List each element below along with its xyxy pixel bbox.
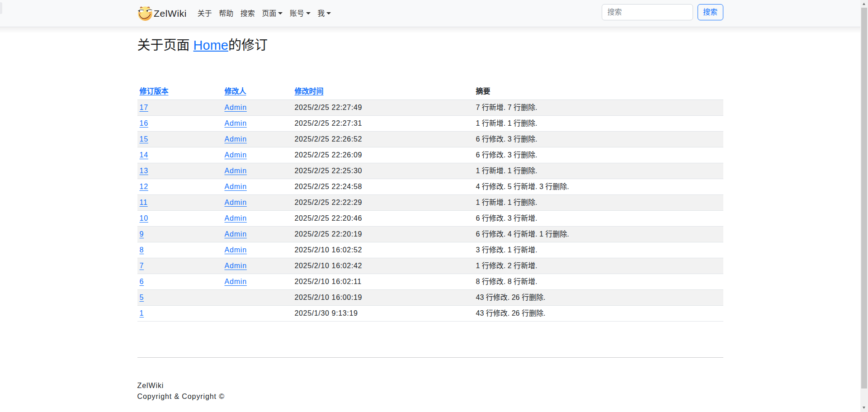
cell-revision: 13	[137, 163, 222, 179]
revision-link[interactable]: 9	[140, 230, 144, 238]
author-link[interactable]: Admin	[225, 278, 247, 285]
revision-row-17: 17Admin2025/2/25 22:27:497 行新增. 7 行删除.	[137, 99, 723, 115]
author-link[interactable]: Admin	[225, 246, 247, 254]
revision-link[interactable]: 13	[140, 167, 148, 175]
revision-row-11: 11Admin2025/2/25 22:22:291 行新增. 1 行删除.	[137, 194, 723, 210]
cell-summary: 3 行修改. 1 行新增.	[474, 242, 723, 258]
page-title-home-link[interactable]: Home	[193, 38, 228, 52]
cell-summary: 1 行修改. 2 行新增.	[474, 258, 723, 274]
author-link[interactable]: Admin	[225, 135, 247, 143]
search-input[interactable]	[602, 4, 693, 20]
column-header-revision-link[interactable]: 修订版本	[140, 87, 169, 95]
scrollbar-down-button[interactable]	[860, 404, 868, 412]
top-left-artifact	[0, 2, 2, 14]
revision-row-5: 52025/2/10 16:00:1943 行修改. 26 行删除.	[137, 289, 723, 305]
revision-link[interactable]: 7	[140, 262, 144, 270]
revision-row-10: 10Admin2025/2/25 22:20:466 行修改. 3 行新增.	[137, 210, 723, 226]
cell-time: 2025/2/25 22:26:52	[292, 131, 474, 147]
nav-link-4[interactable]: 账号	[286, 5, 314, 23]
dropdown-caret-icon	[278, 12, 283, 14]
revision-link[interactable]: 6	[140, 278, 144, 285]
revision-link[interactable]: 14	[140, 151, 148, 159]
dropdown-caret-icon	[326, 12, 331, 14]
footer: ZelWiki Copyright & Copyright ©	[137, 380, 723, 402]
cell-author: Admin	[222, 131, 292, 147]
cell-time: 2025/2/25 22:20:19	[292, 226, 474, 242]
cell-author	[222, 289, 292, 305]
nav-item-5: 我	[314, 5, 335, 23]
footer-site-name: ZelWiki	[137, 380, 723, 391]
cell-revision: 5	[137, 289, 222, 305]
revision-row-9: 9Admin2025/2/25 22:20:196 行修改. 4 行新增. 1 …	[137, 226, 723, 242]
nav-link-3[interactable]: 页面	[259, 5, 287, 23]
revision-link[interactable]: 1	[140, 309, 144, 317]
cell-author: Admin	[222, 274, 292, 289]
cell-summary: 6 行修改. 3 行删除.	[474, 147, 723, 163]
scrollbar-down-arrow-icon	[863, 407, 865, 409]
cell-revision: 11	[137, 194, 222, 210]
author-link[interactable]: Admin	[225, 230, 247, 238]
vertical-scrollbar[interactable]	[860, 0, 868, 412]
author-link[interactable]: Admin	[225, 151, 247, 159]
revision-row-13: 13Admin2025/2/25 22:25:301 行新增. 1 行删除.	[137, 163, 723, 179]
cell-time: 2025/2/25 22:26:09	[292, 147, 474, 163]
page-title-suffix: 的修订	[228, 38, 268, 52]
cell-time: 2025/1/30 9:13:19	[292, 305, 474, 321]
author-link[interactable]: Admin	[225, 199, 247, 206]
revision-row-7: 7Admin2025/2/10 16:02:421 行修改. 2 行新增.	[137, 258, 723, 274]
navbar-search-form: 搜索	[602, 4, 723, 20]
revision-link[interactable]: 16	[140, 119, 148, 127]
revision-link[interactable]: 15	[140, 135, 148, 143]
author-link[interactable]: Admin	[225, 119, 247, 127]
cell-summary: 6 行修改. 3 行新增.	[474, 210, 723, 226]
column-header-time: 修改时间	[292, 84, 474, 100]
cell-revision: 8	[137, 242, 222, 258]
revision-link[interactable]: 5	[140, 294, 144, 301]
column-header-author: 修改人	[222, 84, 292, 100]
cell-author	[222, 305, 292, 321]
nav-link-0[interactable]: 关于	[194, 5, 216, 23]
cell-author: Admin	[222, 242, 292, 258]
cell-author: Admin	[222, 179, 292, 194]
revision-table-header-row: 修订版本 修改人 修改时间 摘要	[137, 84, 723, 100]
author-link[interactable]: Admin	[225, 104, 247, 111]
scrollbar-thumb[interactable]	[861, 8, 867, 388]
huaji-emoji-logo-icon	[138, 6, 152, 21]
cell-summary: 43 行修改. 26 行删除.	[474, 305, 723, 321]
revision-link[interactable]: 11	[140, 199, 148, 206]
cell-time: 2025/2/10 16:02:52	[292, 242, 474, 258]
nav-link-5[interactable]: 我	[314, 5, 335, 23]
cell-author: Admin	[222, 210, 292, 226]
author-link[interactable]: Admin	[225, 183, 247, 190]
revision-link[interactable]: 10	[140, 214, 148, 222]
revision-link[interactable]: 12	[140, 183, 148, 190]
revision-row-14: 14Admin2025/2/25 22:26:096 行修改. 3 行删除.	[137, 147, 723, 163]
cell-author: Admin	[222, 115, 292, 131]
cell-time: 2025/2/10 16:02:11	[292, 274, 474, 289]
nav-link-2[interactable]: 搜索	[237, 5, 259, 23]
author-link[interactable]: Admin	[225, 214, 247, 222]
cell-summary: 1 行新增. 1 行删除.	[474, 194, 723, 210]
cell-revision: 16	[137, 115, 222, 131]
scrollbar-up-button[interactable]	[860, 0, 868, 8]
revision-link[interactable]: 17	[140, 104, 148, 111]
author-link[interactable]: Admin	[225, 167, 247, 175]
nav-item-3: 页面	[259, 5, 287, 23]
revision-link[interactable]: 8	[140, 246, 144, 254]
cell-revision: 9	[137, 226, 222, 242]
nav-link-1[interactable]: 帮助	[216, 5, 237, 23]
cell-time: 2025/2/10 16:02:42	[292, 258, 474, 274]
brand-link[interactable]: ZelWiki	[137, 6, 187, 21]
revision-row-12: 12Admin2025/2/25 22:24:584 行修改. 5 行新增. 3…	[137, 179, 723, 194]
cell-revision: 1	[137, 305, 222, 321]
revision-row-1: 12025/1/30 9:13:1943 行修改. 26 行删除.	[137, 305, 723, 321]
search-button[interactable]: 搜索	[698, 4, 723, 20]
cell-revision: 14	[137, 147, 222, 163]
column-header-author-link[interactable]: 修改人	[225, 87, 246, 95]
cell-summary: 6 行修改. 3 行删除.	[474, 131, 723, 147]
navbar-shadow	[0, 27, 860, 33]
column-header-revision: 修订版本	[137, 84, 222, 100]
author-link[interactable]: Admin	[225, 262, 247, 270]
column-header-time-link[interactable]: 修改时间	[295, 87, 324, 95]
cell-summary: 8 行修改. 8 行新增.	[474, 274, 723, 289]
